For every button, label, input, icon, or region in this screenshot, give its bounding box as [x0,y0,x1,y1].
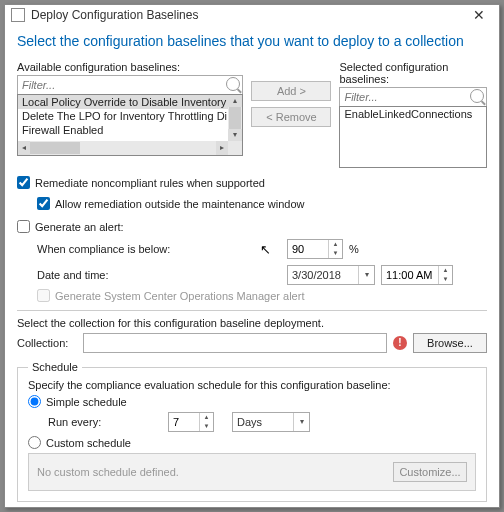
run-every-label: Run every: [48,416,168,428]
titlebar: Deploy Configuration Baselines ✕ [5,5,499,25]
remove-button: < Remove [251,107,331,127]
compliance-threshold-spinner[interactable]: ▲▼ [287,239,343,259]
compliance-below-label: When compliance is below: [37,243,197,255]
spin-down-icon[interactable]: ▼ [200,422,213,431]
collection-label: Collection: [17,337,77,349]
window-title: Deploy Configuration Baselines [31,8,198,22]
generate-alert-checkbox[interactable] [17,220,30,233]
list-item[interactable]: Local Policy Override to Disable Invento… [18,95,242,109]
scroll-left-icon[interactable]: ◂ [18,141,30,155]
remediate-checkbox[interactable] [17,176,30,189]
page-headline: Select the configuration baselines that … [17,33,487,49]
divider [17,310,487,311]
selected-filter-input[interactable] [339,87,487,107]
available-filter-input[interactable] [17,75,243,95]
collection-input[interactable] [83,333,387,353]
run-every-unit-combo[interactable]: ▾ [232,412,310,432]
schedule-prompt: Specify the compliance evaluation schedu… [28,379,476,391]
scroll-corner [228,141,242,155]
error-icon: ! [393,336,407,350]
compliance-threshold-input[interactable] [288,240,328,258]
vertical-scrollbar[interactable]: ▴ ▾ [228,95,242,141]
chevron-down-icon[interactable]: ▾ [293,413,309,431]
list-item[interactable]: EnableLinkedConnections [340,107,486,121]
schedule-group: Schedule Specify the compliance evaluati… [17,361,487,502]
selected-label: Selected configuration baselines: [339,61,487,85]
scroll-thumb[interactable] [229,107,241,129]
date-picker[interactable]: ▾ [287,265,375,285]
available-label: Available configuration baselines: [17,61,243,73]
custom-schedule-label: Custom schedule [46,437,131,449]
search-icon [226,77,240,91]
remediate-outside-label: Allow remediation outside the maintenanc… [55,198,304,210]
custom-schedule-radio[interactable] [28,436,41,449]
simple-schedule-label: Simple schedule [46,396,127,408]
search-icon [470,89,484,103]
list-item[interactable]: Firewall Enabled [18,123,242,137]
simple-schedule-radio[interactable] [28,395,41,408]
custom-schedule-box: No custom schedule defined. Customize... [28,453,476,491]
remediate-label: Remediate noncompliant rules when suppor… [35,177,265,189]
collection-prompt: Select the collection for this configura… [17,317,487,329]
dialog-window: Deploy Configuration Baselines ✕ Select … [4,4,500,508]
close-button[interactable]: ✕ [463,5,495,25]
time-spinner[interactable]: ▲▼ [381,265,453,285]
spin-up-icon[interactable]: ▲ [200,413,213,422]
date-time-label: Date and time: [37,269,197,281]
add-button: Add > [251,81,331,101]
list-item[interactable]: Delete The LPO for Inventory Throttling … [18,109,242,123]
customize-button: Customize... [393,462,467,482]
scroll-down-icon[interactable]: ▾ [228,129,242,141]
selected-listbox[interactable]: EnableLinkedConnections [339,106,487,168]
spin-down-icon[interactable]: ▼ [439,275,452,284]
no-custom-text: No custom schedule defined. [37,466,179,478]
scroll-thumb[interactable] [30,142,80,154]
run-every-unit-input[interactable] [233,413,293,431]
schedule-legend: Schedule [28,361,82,373]
available-listbox[interactable]: Local Policy Override to Disable Invento… [17,94,243,156]
remediate-outside-checkbox[interactable] [37,197,50,210]
app-icon [11,8,25,22]
spin-up-icon[interactable]: ▲ [439,266,452,275]
run-every-spinner[interactable]: ▲▼ [168,412,214,432]
scroll-right-icon[interactable]: ▸ [216,141,228,155]
run-every-input[interactable] [169,413,199,431]
generate-alert-label: Generate an alert: [35,221,124,233]
scroll-up-icon[interactable]: ▴ [228,95,242,107]
scom-alert-label: Generate System Center Operations Manage… [55,290,304,302]
scom-alert-checkbox [37,289,50,302]
percent-label: % [349,243,359,255]
spin-down-icon[interactable]: ▼ [329,249,342,258]
spin-up-icon[interactable]: ▲ [329,240,342,249]
browse-button[interactable]: Browse... [413,333,487,353]
date-input[interactable] [288,266,358,284]
time-input[interactable] [382,266,438,284]
chevron-down-icon[interactable]: ▾ [358,266,374,284]
horizontal-scrollbar[interactable]: ◂ ▸ [18,141,228,155]
